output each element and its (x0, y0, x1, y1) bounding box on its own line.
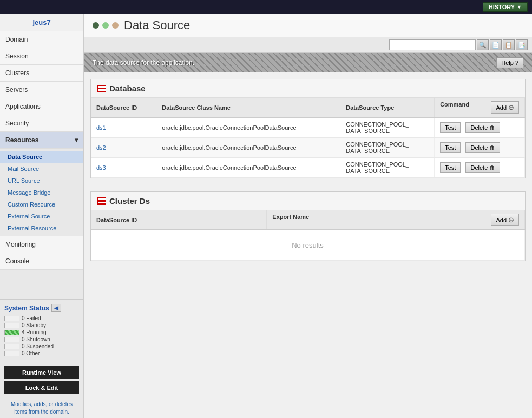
page-title: Data Source (124, 18, 190, 32)
help-button[interactable]: Help ? (496, 57, 523, 68)
runtime-view-button[interactable]: Runtime View (4, 366, 79, 379)
sidebar-item-console[interactable]: Console (0, 253, 83, 270)
history-button[interactable]: HISTORY ▼ (483, 2, 528, 12)
table-row: ds2 oracle.jdbc.pool.OracleConnectionPoo… (91, 138, 525, 158)
other-bar (4, 351, 19, 356)
top-bar: HISTORY ▼ (0, 0, 532, 14)
help-icon: ? (515, 59, 518, 66)
cluster-add-button[interactable]: Add ⊕ (491, 214, 519, 226)
cluster-add-label: Add (496, 217, 507, 223)
dot-tan (112, 22, 119, 29)
system-status-title: System Status ◀ (4, 304, 79, 312)
sidebar-item-session[interactable]: Session (0, 48, 83, 65)
col-datasource-id: DataSource ID (91, 98, 156, 117)
sidebar-sub-message-bridge[interactable]: Message Bridge (0, 187, 83, 198)
database-title: Database (109, 84, 146, 93)
sidebar-item-domain[interactable]: Domain (0, 31, 83, 48)
page-icon-btn3[interactable]: 📑 (516, 39, 528, 50)
ds1-test-button[interactable]: Test (440, 122, 461, 133)
database-add-button[interactable]: Add ⊕ (491, 101, 519, 114)
sidebar-sub-url-source[interactable]: URL Source (0, 175, 83, 187)
delete-icon: 🗑 (489, 124, 495, 131)
ds3-command: Test Delete 🗑 (435, 158, 525, 178)
bottom-buttons: Runtime View Lock & Edit (0, 362, 83, 399)
search-input[interactable] (389, 39, 476, 50)
ds1-delete-button[interactable]: Delete 🗑 (465, 122, 500, 133)
ds1-command: Test Delete 🗑 (435, 117, 525, 138)
sidebar-item-clusters[interactable]: Clusters (0, 65, 83, 82)
resources-submenu: Data Source Mail Source URL Source Messa… (0, 149, 83, 236)
status-row-failed: 0 Failed (4, 315, 79, 321)
cluster-title: Cluster Ds (109, 196, 150, 205)
status-row-standby: 0 Standby (4, 322, 79, 328)
table-row: ds1 oracle.jdbc.pool.OracleConnectionPoo… (91, 117, 525, 138)
ds3-type: CONNECTION_POOL_DATA_SOURCE (340, 158, 435, 178)
sidebar-sub-external-source[interactable]: External Source (0, 210, 83, 222)
sidebar-item-servers[interactable]: Servers (0, 82, 83, 98)
page-icon-btn1[interactable]: 📄 (490, 39, 502, 50)
sidebar-item-resources[interactable]: Resources ▾ (0, 132, 83, 149)
system-status-panel: System Status ◀ 0 Failed 0 Standby 4 Run… (0, 299, 83, 362)
col-command: Command Add ⊕ (435, 98, 525, 117)
table-row: ds3 oracle.jdbc.pool.OracleConnectionPoo… (91, 158, 525, 178)
cluster-section: Cluster Ds DataSource ID Export Name Add… (90, 191, 526, 261)
status-row-running: 4 Running (4, 329, 79, 335)
page-header: Data Source (84, 14, 532, 37)
status-dots (93, 22, 119, 29)
standby-bar (4, 323, 19, 328)
system-status-icon[interactable]: ◀ (51, 304, 61, 312)
modifies-link[interactable]: Modifies, adds, or deletes items (11, 401, 73, 415)
status-row-other: 0 Other (4, 350, 79, 356)
content-area: Data Source 🔍 📄 📋 📑 The data source for … (84, 14, 532, 418)
main-layout: jeus7 Domain Session Clusters Servers Ap… (0, 14, 532, 418)
ds1-id[interactable]: ds1 (91, 117, 156, 138)
sidebar-sub-custom-resource[interactable]: Custom Resource (0, 198, 83, 210)
running-bar (4, 330, 19, 335)
shutdown-bar (4, 337, 19, 342)
sidebar-sub-mail-source[interactable]: Mail Source (0, 163, 83, 175)
server-name[interactable]: jeus7 (0, 14, 83, 31)
lock-edit-button[interactable]: Lock & Edit (4, 381, 79, 394)
ds2-command: Test Delete 🗑 (435, 138, 525, 158)
search-bar: 🔍 📄 📋 📑 (84, 37, 532, 53)
dot-dark (93, 22, 99, 29)
col-datasource-class: DataSource Class Name (156, 98, 340, 117)
sidebar-sub-data-source[interactable]: Data Source (0, 151, 83, 163)
resources-label: Resources (5, 136, 38, 144)
ds3-id[interactable]: ds3 (91, 158, 156, 178)
no-results-text: No results (91, 230, 525, 261)
ds2-delete-button[interactable]: Delete 🗑 (465, 142, 500, 153)
suspended-bar (4, 344, 19, 349)
page-icon-btn2[interactable]: 📋 (503, 39, 515, 50)
bottom-link-text: Modifies, adds, or deletes items from th… (0, 399, 83, 418)
database-section: Database DataSource ID DataSource Class … (90, 79, 526, 178)
status-row-suspended: 0 Suspended (4, 343, 79, 349)
database-section-header: Database (91, 79, 525, 98)
ds2-type: CONNECTION_POOL_DATA_SOURCE (340, 138, 435, 158)
cluster-section-header: Cluster Ds (91, 192, 525, 210)
add-icon: ⊕ (508, 103, 514, 111)
history-label: HISTORY (489, 4, 515, 10)
info-text: The data source for the application. (93, 59, 194, 67)
sidebar-sub-external-resource[interactable]: External Resource (0, 222, 83, 234)
delete-icon: 🗑 (489, 164, 495, 171)
ds1-type: CONNECTION_POOL_DATA_SOURCE (340, 117, 435, 138)
history-arrow-icon: ▼ (517, 4, 522, 10)
ds3-class: oracle.jdbc.pool.OracleConnectionPoolDat… (156, 158, 340, 178)
database-flag-icon (97, 85, 106, 92)
cluster-table: DataSource ID Export Name Add ⊕ No resul… (91, 210, 525, 261)
ds3-delete-button[interactable]: Delete 🗑 (465, 162, 500, 173)
help-label: Help (501, 59, 514, 66)
sidebar-item-security[interactable]: Security (0, 115, 83, 132)
ds2-test-button[interactable]: Test (440, 142, 461, 153)
info-bar: The data source for the application. Hel… (84, 53, 532, 72)
ds2-id[interactable]: ds2 (91, 138, 156, 158)
ds1-class: oracle.jdbc.pool.OracleConnectionPoolDat… (156, 117, 340, 138)
col-cluster-datasource-id: DataSource ID (91, 210, 267, 230)
sidebar-item-applications[interactable]: Applications (0, 98, 83, 115)
sidebar-item-monitoring[interactable]: Monitoring (0, 236, 83, 253)
col-export-name: Export Name Add ⊕ (267, 210, 525, 230)
ds3-test-button[interactable]: Test (440, 162, 461, 173)
sidebar: jeus7 Domain Session Clusters Servers Ap… (0, 14, 84, 418)
search-button[interactable]: 🔍 (477, 39, 489, 50)
